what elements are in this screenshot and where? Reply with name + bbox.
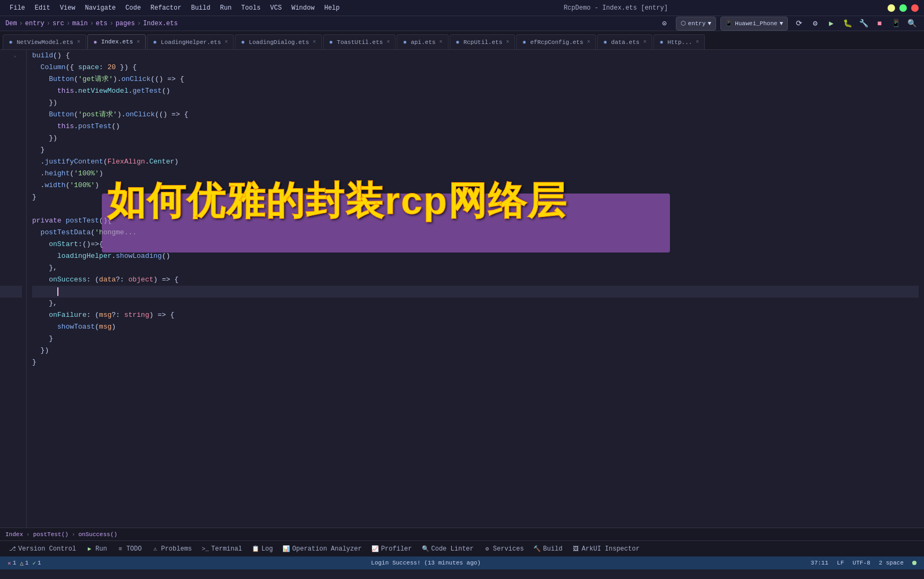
tab-close-netviewmodel[interactable]: × xyxy=(76,39,81,46)
tab-netviewmodel[interactable]: ◉ NetViewModel.ets × xyxy=(3,34,86,49)
breadcrumb-pages[interactable]: pages xyxy=(116,20,135,27)
menu-refactor[interactable]: Refactor xyxy=(146,3,186,13)
profile-icon[interactable]: 🔧 xyxy=(856,17,870,31)
tab-data[interactable]: ◉ data.ets × xyxy=(597,34,652,49)
tab-close-rcu[interactable]: × xyxy=(505,39,510,46)
position-status[interactable]: 37:11 xyxy=(808,556,832,569)
breadcrumb-main[interactable]: main xyxy=(72,20,88,27)
run-panel-icon: ▶ xyxy=(86,545,93,553)
location-icon[interactable]: ⊙ xyxy=(658,17,672,31)
tab-close-index[interactable]: × xyxy=(136,39,141,46)
tab-http[interactable]: ◉ Http... × xyxy=(653,34,705,49)
log-panel[interactable]: 📋 Log xyxy=(248,543,278,555)
device-mgr-icon[interactable]: 📱 xyxy=(889,17,903,31)
tab-efrcpconfig[interactable]: ◉ efRcpConfig.ets × xyxy=(516,34,596,49)
tab-rcputil[interactable]: ◉ RcpUtil.ets × xyxy=(450,34,516,49)
stop-icon[interactable]: ■ xyxy=(873,17,886,31)
breadcrumb-src[interactable]: src xyxy=(53,20,64,27)
code-line-5: }) xyxy=(32,97,919,109)
cursor-position: 37:11 xyxy=(811,560,829,566)
arkui-inspector-panel[interactable]: 🖼 ArkUI Inspector xyxy=(568,543,644,555)
version-control-icon: ⎇ xyxy=(9,545,16,553)
op-analyzer-panel[interactable]: 📊 Operation Analyzer xyxy=(278,543,366,555)
breadcrumb-entry[interactable]: entry xyxy=(25,20,44,27)
debug-icon[interactable]: 🐛 xyxy=(840,17,854,31)
fold-icon-1[interactable]: ⌄ xyxy=(11,50,19,62)
editor-area: ⌄ xyxy=(0,50,924,528)
code-bc-posttest[interactable]: postTest() xyxy=(33,531,69,538)
tab-close-http[interactable]: × xyxy=(695,39,700,46)
tab-label-erc: efRcpConfig.ets xyxy=(530,39,583,46)
run-panel[interactable]: ▶ Run xyxy=(81,543,111,555)
menu-edit[interactable]: Edit xyxy=(31,3,55,13)
build-icon: 🔨 xyxy=(533,545,541,553)
build-panel[interactable]: 🔨 Build xyxy=(529,543,567,555)
maximize-button[interactable] xyxy=(899,4,907,12)
menu-vcs[interactable]: VCS xyxy=(266,3,286,13)
op-analyzer-label: Operation Analyzer xyxy=(292,545,362,553)
encoding-status[interactable]: UTF-8 xyxy=(850,556,874,569)
line-numbers-gutter: ⌄ xyxy=(0,50,27,528)
code-line-4: this.netViewModel.getTest() xyxy=(32,85,919,97)
tab-close-lh[interactable]: × xyxy=(223,39,229,46)
version-control-panel[interactable]: ⎇ Version Control xyxy=(4,543,80,555)
code-line-10: .justifyContent(FlexAlign.Center) xyxy=(32,156,919,168)
breadcrumb-index[interactable]: Index.ets xyxy=(143,20,178,27)
tab-file-icon-http: ◉ xyxy=(658,39,665,46)
tab-close-data[interactable]: × xyxy=(642,39,647,46)
breadcrumb-dem[interactable]: Dem xyxy=(5,20,17,27)
menu-code[interactable]: Code xyxy=(121,3,145,13)
services-panel[interactable]: ⚙ Services xyxy=(479,543,528,555)
code-line-12: .width('100%') xyxy=(32,180,919,191)
services-icon: ⚙ xyxy=(483,545,491,553)
tab-close-api[interactable]: × xyxy=(438,39,444,46)
profiler-panel[interactable]: 📈 Profiler xyxy=(367,543,416,555)
tab-bar: ◉ NetViewModel.ets × ◉ Index.ets × ◉ Loa… xyxy=(0,31,924,50)
code-linter-panel[interactable]: 🔍 Code Linter xyxy=(418,543,478,555)
tab-loadinghelper[interactable]: ◉ LoadingHelper.ets × xyxy=(147,34,234,49)
todo-panel[interactable]: ≡ TODO xyxy=(113,543,146,555)
menu-bar[interactable]: File Edit View Navigate Code Refactor Bu… xyxy=(5,3,344,13)
search-icon[interactable]: 🔍 xyxy=(905,17,919,31)
encoding: UTF-8 xyxy=(853,560,870,566)
breadcrumb-ets[interactable]: ets xyxy=(96,20,108,27)
error-status[interactable]: ✕ 1 △ 1 ✓ 1 xyxy=(4,556,44,569)
tab-file-icon-rcu: ◉ xyxy=(454,39,461,46)
device-icon: 📱 xyxy=(725,20,733,27)
menu-tools[interactable]: Tools xyxy=(237,3,265,13)
tab-index[interactable]: ◉ Index.ets × xyxy=(87,34,146,49)
terminal-panel[interactable]: >_ Terminal xyxy=(197,543,247,555)
tab-toastutil[interactable]: ◉ ToastUtil.ets × xyxy=(323,34,396,49)
menu-view[interactable]: View xyxy=(56,3,80,13)
tab-label-tu: ToastUtil.ets xyxy=(337,39,383,46)
minimize-button[interactable] xyxy=(888,4,895,12)
menu-window[interactable]: Window xyxy=(287,3,319,13)
problems-panel[interactable]: ⚠ Problems xyxy=(147,543,196,555)
connection-status xyxy=(909,556,920,569)
code-bc-onsuccess[interactable]: onSuccess() xyxy=(78,531,117,538)
tab-close-tu[interactable]: × xyxy=(385,39,391,46)
build-label: Build xyxy=(543,545,562,553)
sync-icon[interactable]: ⟳ xyxy=(792,17,806,31)
tab-api[interactable]: ◉ api.ets × xyxy=(397,34,448,49)
run-icon[interactable]: ▶ xyxy=(824,17,838,31)
entry-selector[interactable]: ⬡ entry ▼ xyxy=(676,17,717,31)
menu-navigate[interactable]: Navigate xyxy=(80,3,120,13)
tab-loadingdialog[interactable]: ◉ LoadingDialog.ets × xyxy=(235,34,322,49)
code-editor[interactable]: 如何优雅的封装rcp网络层 build() { Column({ space: … xyxy=(27,50,924,528)
window-controls[interactable] xyxy=(888,4,919,12)
close-button[interactable] xyxy=(911,4,919,12)
tab-close-erc[interactable]: × xyxy=(586,39,591,46)
menu-help[interactable]: Help xyxy=(320,3,344,13)
menu-run[interactable]: Run xyxy=(215,3,236,13)
menu-file[interactable]: File xyxy=(5,3,29,13)
device-selector[interactable]: 📱 Huawei_Phone ▼ xyxy=(720,17,788,31)
line-ending-status[interactable]: LF xyxy=(834,556,847,569)
arkui-label: ArkUI Inspector xyxy=(582,545,639,553)
code-line-18: loadingHelper.showLoading() xyxy=(32,250,919,262)
indent-status[interactable]: 2 space xyxy=(876,556,907,569)
tab-close-ld[interactable]: × xyxy=(312,39,317,46)
menu-build[interactable]: Build xyxy=(187,3,214,13)
code-bc-index[interactable]: Index xyxy=(5,531,23,538)
settings-icon[interactable]: ⚙ xyxy=(808,17,822,31)
